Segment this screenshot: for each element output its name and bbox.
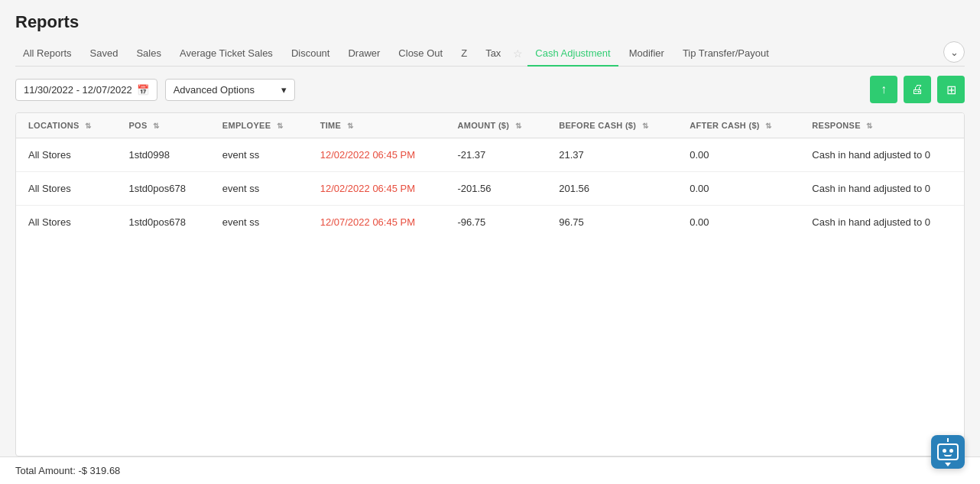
sidebar-item-tip-transfer-payout[interactable]: Tip Transfer/Payout bbox=[675, 41, 777, 67]
sort-icon-pos: ⇅ bbox=[153, 122, 159, 130]
cell-locations-0: All Stores bbox=[16, 138, 116, 172]
share-icon: ↑ bbox=[881, 83, 887, 96]
dropdown-chevron-icon: ▾ bbox=[281, 84, 287, 96]
print-icon: 🖨 bbox=[911, 83, 923, 96]
col-header-before-cash[interactable]: BEFORE CASH ($) ⇅ bbox=[547, 113, 677, 138]
chatbot-mouth bbox=[944, 454, 952, 456]
cell-locations-2: All Stores bbox=[16, 206, 116, 239]
grid-button[interactable]: ⊞ bbox=[937, 76, 965, 103]
cell-response-0: Cash in hand adjusted to 0 bbox=[800, 138, 964, 172]
table-row: All Stores1std0pos678event ss12/02/2022 … bbox=[16, 172, 964, 206]
sidebar-item-discount[interactable]: Discount bbox=[284, 41, 338, 67]
cell-after_cash-1: 0.00 bbox=[677, 172, 800, 206]
sort-icon-amount: ⇅ bbox=[515, 122, 521, 130]
cell-response-1: Cash in hand adjusted to 0 bbox=[800, 172, 964, 206]
col-header-pos[interactable]: POS ⇅ bbox=[116, 113, 209, 138]
date-range-picker[interactable]: 11/30/2022 - 12/07/2022 📅 bbox=[15, 79, 157, 101]
chatbot-button[interactable] bbox=[931, 435, 965, 469]
sort-icon-time: ⇅ bbox=[347, 122, 353, 130]
cell-locations-1: All Stores bbox=[16, 172, 116, 206]
chatbot-right-eye bbox=[949, 449, 953, 453]
col-header-locations[interactable]: LOCATIONS ⇅ bbox=[16, 113, 116, 138]
advanced-options-dropdown[interactable]: Advanced Options ▾ bbox=[165, 79, 295, 101]
calendar-icon: 📅 bbox=[137, 84, 149, 96]
page-title: Reports bbox=[15, 12, 965, 32]
cell-employee-0: event ss bbox=[210, 138, 308, 172]
data-table-container: LOCATIONS ⇅ POS ⇅ EMPLOYEE ⇅ TIME ⇅ bbox=[15, 112, 965, 456]
cell-amount-0: -21.37 bbox=[445, 138, 547, 172]
sidebar-item-close-out[interactable]: Close Out bbox=[391, 41, 450, 67]
data-table: LOCATIONS ⇅ POS ⇅ EMPLOYEE ⇅ TIME ⇅ bbox=[16, 113, 964, 239]
share-button[interactable]: ↑ bbox=[870, 76, 897, 103]
col-header-after-cash[interactable]: AFTER CASH ($) ⇅ bbox=[677, 113, 800, 138]
cell-pos-2: 1std0pos678 bbox=[116, 206, 209, 239]
col-header-time[interactable]: TIME ⇅ bbox=[308, 113, 446, 138]
chatbot-left-eye bbox=[943, 449, 946, 453]
toolbar: 11/30/2022 - 12/07/2022 📅 Advanced Optio… bbox=[0, 67, 980, 112]
cell-time-1: 12/02/2022 06:45 PM bbox=[308, 172, 446, 206]
cell-before_cash-0: 21.37 bbox=[547, 138, 677, 172]
cell-time-0: 12/02/2022 06:45 PM bbox=[308, 138, 446, 172]
cell-employee-2: event ss bbox=[210, 206, 308, 239]
table-row: All Stores1std0pos678event ss12/07/2022 … bbox=[16, 206, 964, 239]
sidebar-item-sales[interactable]: Sales bbox=[128, 41, 169, 67]
cell-before_cash-1: 201.56 bbox=[547, 172, 677, 206]
cell-time-2: 12/07/2022 06:45 PM bbox=[308, 206, 446, 239]
col-header-response[interactable]: RESPONSE ⇅ bbox=[800, 113, 964, 138]
chevron-down-icon: ⌄ bbox=[950, 47, 959, 58]
table-row: All Stores1std0998event ss12/02/2022 06:… bbox=[16, 138, 964, 172]
cell-amount-1: -201.56 bbox=[445, 172, 547, 206]
col-header-employee[interactable]: EMPLOYEE ⇅ bbox=[210, 113, 308, 138]
table-footer: Total Amount: -$ 319.68 bbox=[0, 456, 980, 484]
sidebar-item-saved[interactable]: Saved bbox=[83, 41, 126, 67]
total-label: Total Amount: bbox=[15, 465, 76, 476]
sort-icon-after-cash: ⇅ bbox=[765, 122, 771, 130]
date-range-value: 11/30/2022 - 12/07/2022 bbox=[24, 84, 132, 96]
sort-icon-response: ⇅ bbox=[866, 122, 872, 130]
sidebar-item-tax[interactable]: Tax bbox=[478, 41, 508, 67]
sidebar-item-modifier[interactable]: Modifier bbox=[621, 41, 672, 67]
cell-pos-0: 1std0998 bbox=[116, 138, 209, 172]
col-header-amount[interactable]: AMOUNT ($) ⇅ bbox=[445, 113, 547, 138]
advanced-options-label: Advanced Options bbox=[174, 84, 255, 96]
sidebar-item-all-reports[interactable]: All Reports bbox=[15, 41, 80, 67]
table-header-row: LOCATIONS ⇅ POS ⇅ EMPLOYEE ⇅ TIME ⇅ bbox=[16, 113, 964, 138]
sidebar-item-cash-adjustment[interactable]: Cash Adjustment bbox=[527, 41, 618, 67]
grid-icon: ⊞ bbox=[946, 83, 956, 97]
sort-icon-before-cash: ⇅ bbox=[642, 122, 648, 130]
chatbot-arrow-icon bbox=[945, 463, 951, 466]
cell-before_cash-2: 96.75 bbox=[547, 206, 677, 239]
star-icon[interactable]: ☆ bbox=[511, 41, 524, 66]
cell-response-2: Cash in hand adjusted to 0 bbox=[800, 206, 964, 239]
expand-button[interactable]: ⌄ bbox=[943, 41, 965, 63]
chatbot-antenna bbox=[947, 438, 949, 442]
sidebar-item-z[interactable]: Z bbox=[453, 41, 475, 67]
total-value: -$ 319.68 bbox=[78, 465, 120, 476]
print-button[interactable]: 🖨 bbox=[904, 76, 931, 103]
cell-employee-1: event ss bbox=[210, 172, 308, 206]
cell-after_cash-2: 0.00 bbox=[677, 206, 800, 239]
cell-after_cash-0: 0.00 bbox=[677, 138, 800, 172]
sort-icon-locations: ⇅ bbox=[85, 122, 91, 130]
sidebar-item-drawer[interactable]: Drawer bbox=[340, 41, 388, 67]
cell-amount-2: -96.75 bbox=[445, 206, 547, 239]
chatbot-face bbox=[937, 443, 959, 460]
cell-pos-1: 1std0pos678 bbox=[116, 172, 209, 206]
nav-bar: All Reports Saved Sales Average Ticket S… bbox=[15, 41, 965, 67]
sort-icon-employee: ⇅ bbox=[277, 122, 283, 130]
sidebar-item-average-ticket-sales[interactable]: Average Ticket Sales bbox=[172, 41, 281, 67]
